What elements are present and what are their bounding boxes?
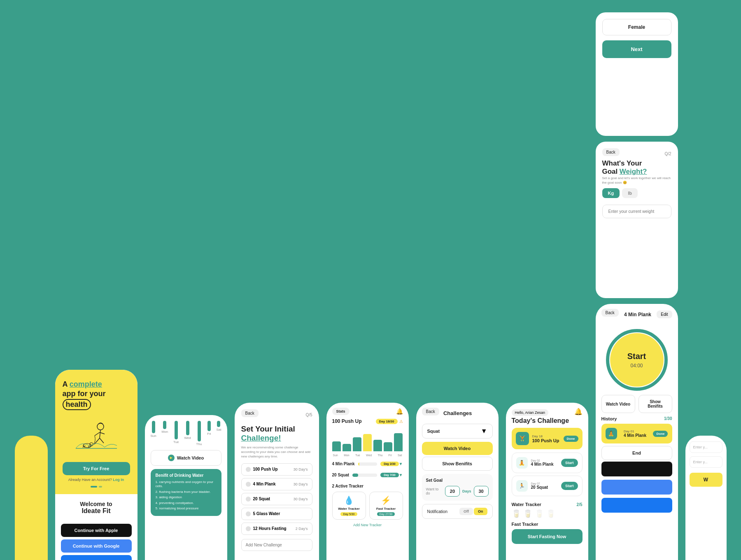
todays-challenge-card: Hello, Arian Zesan 🔔 Today's Challenge 🏋… (506, 403, 588, 560)
water-tracker-card[interactable]: 💧 Water Tracker Day 5/30 (332, 492, 366, 520)
bar-wed (186, 421, 189, 435)
toggle-off-button[interactable]: Off (459, 508, 473, 515)
today-bell-icon[interactable]: 🔔 (574, 408, 583, 415)
svg-line-4 (100, 438, 104, 443)
benefit-title: Benifit of Drinking Water (156, 473, 217, 478)
lb-button[interactable]: lb (622, 188, 638, 198)
color-strip-darkblue (601, 498, 672, 513)
challenge-dropdown[interactable]: Squat ▼ (422, 424, 493, 439)
benefit-item-5: 5. normalizing blood pressure (156, 506, 217, 511)
label-wed: Wed (184, 436, 191, 440)
water-tracker-icon: 💧 (344, 495, 354, 505)
watch-video-button[interactable]: ▶ Watch Video (151, 450, 221, 466)
right-column: Female Next Back Q/2 What's Your Goal We… (596, 12, 678, 560)
kg-button[interactable]: Kg (602, 188, 620, 198)
cup-1[interactable]: 🥛 (512, 509, 521, 518)
history-item-icon: 🧘 (606, 428, 617, 439)
plank-show-benefits-button[interactable]: Show Benifits (638, 395, 672, 413)
continue-facebook-button[interactable]: Continue with Facebook (61, 555, 132, 560)
water-tracker-header: Water Tracker 2/5 (512, 502, 583, 507)
start-fasting-button[interactable]: Start Fasting Now (512, 529, 583, 544)
plank-tracker-row: 4 Min Plank Day 2/30 ▼ (326, 458, 409, 469)
goal-days-input[interactable] (474, 486, 489, 497)
add-tracker-button[interactable]: Add New Tracker (332, 520, 403, 530)
challenge-header: Back Q/5 (241, 409, 312, 420)
circle-dot (246, 467, 251, 472)
bar-fri (207, 421, 211, 431)
cup-3[interactable]: 🥛 (535, 509, 544, 518)
female-option[interactable]: Female (602, 19, 671, 35)
water-card: Sun Mon Tue Wed Thu Fri (145, 415, 227, 560)
plank-card-header: Back 4 Min Plank Edit (596, 304, 678, 325)
partial-left-card (15, 436, 48, 560)
edit-button[interactable]: Edit (657, 310, 672, 318)
set-challenge-card: Back Q/5 Set Your Initial Challenge! We … (235, 403, 319, 560)
goal-weight-back-button[interactable]: Back (602, 148, 620, 156)
pushup-day-info: 🏋 Day 18 100 Push Up (516, 432, 559, 445)
benefit-item-4: 4. preventing constipation. (156, 501, 217, 505)
partial-input-2: Enter y... (690, 456, 722, 468)
bell-icon[interactable]: 🔔 (396, 408, 403, 415)
squat-day-icon: 🏃 (516, 480, 528, 492)
challenge-name-pushup: 100 Push Up (253, 467, 278, 471)
set-goal-title: Set Goal (426, 478, 489, 483)
week-day-thu: Thu (196, 421, 202, 446)
fast-tracker-badge: Day 27/30 (377, 512, 395, 516)
label-mon: Mon (162, 430, 168, 434)
fast-tracker-card[interactable]: ⚡ Fast Tracker Day 27/30 (369, 492, 403, 520)
challenges-watch-video-button[interactable]: Watch Video (422, 442, 493, 455)
squat-day-info: 🏃 Day 07 20 Squat (516, 480, 548, 492)
bar-sun (152, 421, 155, 433)
stats-header: Stats 🔔 (326, 403, 409, 418)
challenges-show-benefits-button[interactable]: Show Benifits (422, 457, 493, 471)
goal-value-input[interactable] (445, 486, 460, 497)
toggle-on-button[interactable]: On (474, 508, 487, 515)
gender-card: Female Next (596, 12, 678, 136)
goal-weight-card: Back Q/2 What's Your Goal Weight? Set a … (596, 142, 678, 298)
challenge-title-highlight: Challenge! (241, 434, 312, 443)
challenge-item-fasting[interactable]: 12 Hours Fasting 2 Day's (241, 523, 312, 535)
squat-start-button[interactable]: Start (561, 482, 578, 490)
cup-4[interactable]: 🥛 (546, 509, 555, 518)
back-button[interactable]: Back (241, 409, 259, 417)
goal-want-label: Want to do (426, 487, 443, 495)
stats-tab[interactable]: Stats (332, 408, 350, 415)
toggle-group: Off On (459, 508, 487, 515)
goal-days-label: Days (462, 489, 471, 493)
already-account-text: Already Have an Account? Log In (63, 478, 130, 482)
login-link[interactable]: Log In (113, 478, 124, 482)
week-day-tue: Tue (173, 421, 179, 446)
squat-day-badge: Day 7/30 (380, 473, 398, 477)
plank-back-button[interactable]: Back (601, 309, 619, 317)
history-item-1: 🧘 Day 01 4 Min Plank Done (601, 424, 672, 443)
challenges-back-button[interactable]: Back (422, 408, 439, 415)
plank-chevron-icon[interactable]: ▼ (399, 462, 403, 466)
week-day-sun: Sun (151, 421, 156, 446)
challenge-days-pushup: 30 Day's (294, 467, 308, 471)
start-circle[interactable]: Start 04:00 (610, 333, 664, 387)
bar-sat (217, 421, 220, 427)
todays-challenge-header: Hello, Arian Zesan 🔔 (506, 403, 588, 417)
challenge-item-pushup[interactable]: 100 Push Up 30 Day's (241, 463, 312, 476)
add-challenge-input[interactable] (241, 539, 312, 551)
active-tracker-title: 2 Active Tracker (332, 484, 403, 488)
squat-chevron-icon[interactable]: ▼ (399, 473, 403, 477)
end-button[interactable]: End (601, 446, 672, 460)
challenges-detail-card: Back Challenges Squat ▼ Watch Video Show… (416, 403, 499, 560)
plank-watch-video-button[interactable]: Watch Video (601, 395, 635, 413)
challenge-item-squat[interactable]: 20 Squat 30 Day's (241, 493, 312, 505)
timer-text: 04:00 (630, 363, 643, 369)
plank-start-button[interactable]: Start (561, 459, 578, 467)
greeting-container: Hello, Arian Zesan (512, 408, 549, 415)
challenge-item-water[interactable]: 5 Glass Water (241, 508, 312, 520)
goal-weight-highlight: Weight? (620, 168, 647, 175)
q-indicator: Q/5 (305, 413, 312, 417)
continue-apple-button[interactable]: Continue with Apple (61, 524, 132, 537)
continue-google-button[interactable]: Continue with Google (61, 539, 132, 553)
next-button[interactable]: Next (602, 40, 671, 58)
challenge-item-plank[interactable]: 4 Min Plank 30 Day's (241, 478, 312, 490)
cup-2[interactable]: 🥛 (523, 509, 532, 518)
try-free-button[interactable]: Try For Free (63, 462, 130, 475)
label-sat: Sat (216, 428, 221, 432)
weight-input[interactable] (602, 205, 671, 218)
